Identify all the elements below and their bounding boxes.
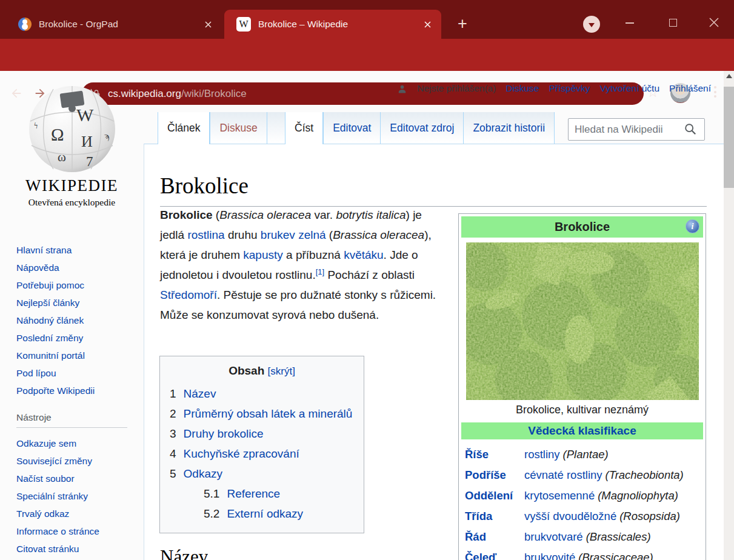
inline-link[interactable]: brukev zelná: [261, 228, 326, 241]
scrollbar-thumb[interactable]: [724, 87, 734, 188]
taxon-rank[interactable]: Oddělení: [465, 485, 524, 506]
personal-link[interactable]: Přihlášení: [669, 83, 711, 94]
scroll-up-button[interactable]: [724, 71, 734, 81]
inline-link[interactable]: rostlina: [187, 228, 224, 241]
sidebar-tool-item[interactable]: Speciální stránky: [16, 487, 99, 505]
info-icon[interactable]: i: [686, 219, 699, 233]
inline-link[interactable]: květáku: [344, 248, 383, 261]
close-window-button[interactable]: [709, 18, 719, 27]
personal-link[interactable]: Příspěvky: [549, 83, 590, 94]
sidebar-item[interactable]: Poslední změny: [16, 329, 95, 347]
taxon-link[interactable]: brukvovité: [524, 551, 575, 560]
personal-link[interactable]: Vytvoření účtu: [600, 83, 660, 94]
toc-item[interactable]: 3 Druhy brokolice: [170, 424, 364, 444]
tab-history[interactable]: Zobrazit historii: [463, 112, 555, 144]
tab-close-button[interactable]: [422, 19, 433, 30]
maximize-button[interactable]: [669, 19, 677, 27]
toc-item[interactable]: 1 Název: [170, 384, 364, 404]
svg-text:Ω: Ω: [51, 125, 64, 144]
taxon-rank[interactable]: Třída: [465, 506, 524, 527]
personal-link[interactable]: Diskuse: [505, 83, 539, 94]
taxonomy-row: Čeleď brukvovité(Brassicaceae): [461, 547, 703, 560]
toc-item[interactable]: 2 Průměrný obsah látek a minerálů: [170, 404, 364, 424]
sidebar-tool-item[interactable]: Odkazuje sem: [16, 435, 99, 452]
wikipedia-favicon-icon: W: [236, 17, 251, 32]
taxon-rank[interactable]: Podříše: [465, 465, 524, 485]
svg-text:ω: ω: [58, 150, 66, 164]
tab-article[interactable]: Článek: [158, 112, 210, 144]
wikipedia-globe-icon[interactable]: W Ω И ω 7 ϟ ϡ: [24, 84, 120, 176]
toc-item[interactable]: 4 Kuchyňské zpracování: [170, 444, 364, 464]
taxonomy-row: Oddělení krytosemenné(Magnoliophyta): [461, 485, 703, 506]
taxon-link[interactable]: cévnaté rostliny: [524, 468, 602, 481]
tab-close-button[interactable]: [202, 19, 213, 30]
sidebar-tool-item[interactable]: Citovat stránku: [16, 540, 99, 558]
sidebar-item[interactable]: Nápověda: [16, 259, 95, 276]
svg-text:7: 7: [86, 154, 93, 169]
wikipedia-tagline: Otevřená encyklopedie: [0, 197, 144, 208]
page-scrollbar[interactable]: [724, 71, 734, 560]
svg-text:И: И: [81, 133, 93, 150]
sidebar-tool-item[interactable]: Načíst soubor: [16, 470, 99, 487]
browser-tab-orgpad[interactable]: Brokolice - OrgPad: [6, 10, 222, 39]
sidebar-item[interactable]: Podpořte Wikipedii: [16, 382, 95, 399]
tab-read[interactable]: Číst: [285, 112, 323, 144]
next-section-heading: Název: [160, 546, 208, 560]
minimize-button[interactable]: [626, 22, 634, 24]
svg-text:ϟ: ϟ: [34, 121, 38, 130]
tab-edit-source[interactable]: Editovat zdroj: [380, 112, 463, 144]
close-icon: [424, 21, 431, 28]
taxon-link[interactable]: rostliny: [524, 448, 560, 461]
sidebar-tool-item[interactable]: Trvalý odkaz: [16, 505, 99, 522]
sidebar-item[interactable]: Hlavní strana: [16, 241, 95, 259]
wikipedia-wordmark[interactable]: WIKIPEDIE: [0, 176, 144, 195]
tab-talk[interactable]: Diskuse: [210, 112, 266, 144]
tab-strip: Brokolice - OrgPad W Brokolice – Wikiped…: [0, 0, 734, 39]
tab-edit[interactable]: Editovat: [323, 112, 380, 144]
browser-tab-wikipedia-active[interactable]: W Brokolice – Wikipedie: [224, 10, 441, 39]
taxonomy-row: Třída vyšší dvouděložné(Rosopsida): [461, 506, 703, 527]
search-icon[interactable]: [684, 122, 697, 136]
toc-subitem[interactable]: 5.2 Externí odkazy: [204, 504, 364, 524]
toc-list: 1 Název 2 Průměrný obsah látek a minerál…: [160, 384, 364, 484]
new-tab-button[interactable]: +: [453, 15, 472, 33]
toc-item[interactable]: 5 Odkazy: [170, 464, 364, 484]
toc-toggle[interactable]: [skrýt]: [268, 365, 295, 377]
taxon-link[interactable]: brukvotvaré: [524, 530, 583, 543]
taxon-link[interactable]: vyšší dvouděložné: [524, 510, 616, 522]
text-segment: Brassica oleracea: [333, 228, 424, 241]
sidebar-tool-item[interactable]: Související změny: [16, 452, 99, 470]
inline-link[interactable]: [1]: [316, 267, 324, 276]
sidebar-item[interactable]: Pod lípou: [16, 364, 95, 382]
sidebar-item[interactable]: Náhodný článek: [16, 312, 95, 329]
inline-link[interactable]: kapusty: [243, 248, 282, 261]
user-icon: [397, 84, 407, 94]
tab-search-button[interactable]: [583, 16, 600, 33]
svg-text:W: W: [76, 105, 94, 125]
back-button[interactable]: [10, 87, 23, 100]
taxon-link[interactable]: krytosemenné: [524, 489, 595, 502]
sidebar-tools-nav: Odkazuje semSouvisející změnyNačíst soub…: [16, 435, 99, 558]
text-segment: botrytis italica: [336, 208, 405, 221]
taxon-sci: (Brassicales): [586, 530, 651, 543]
inline-link[interactable]: Středomoří: [160, 288, 217, 301]
taxon-rank[interactable]: Říše: [465, 444, 524, 465]
taxon-rank[interactable]: Řád: [465, 527, 524, 547]
classification-header[interactable]: Vědecká klasifikace: [461, 422, 703, 439]
browser-toolbar: cs.wikipedia.org/wiki/Brokolice ☆: [0, 39, 734, 71]
lead-paragraph: Brokolice (Brassica oleracea var. botryt…: [160, 205, 442, 325]
text-segment: (: [326, 228, 333, 241]
sidebar-item[interactable]: Nejlepší články: [16, 294, 95, 312]
taxon-rank[interactable]: Čeleď: [465, 547, 524, 560]
sidebar-tool-item[interactable]: Informace o stránce: [16, 522, 99, 540]
browser-menu-button[interactable]: [714, 86, 716, 98]
personal-bar: Nejste přihlášen(a) DiskusePříspěvkyVytv…: [397, 83, 711, 94]
sidebar-item[interactable]: Komunitní portál: [16, 347, 95, 364]
broccoli-image[interactable]: [466, 242, 699, 400]
svg-text:ϡ: ϡ: [104, 132, 109, 141]
toc-subitem[interactable]: 5.1 Reference: [204, 484, 364, 504]
sidebar-item[interactable]: Potřebuji pomoc: [16, 276, 95, 294]
image-caption: Brokolice, kultivar neznámý: [461, 404, 703, 416]
login-status: Nejste přihlášen(a): [417, 83, 496, 94]
view-tabs: Číst Editovat Editovat zdroj Zobrazit hi…: [285, 112, 555, 144]
